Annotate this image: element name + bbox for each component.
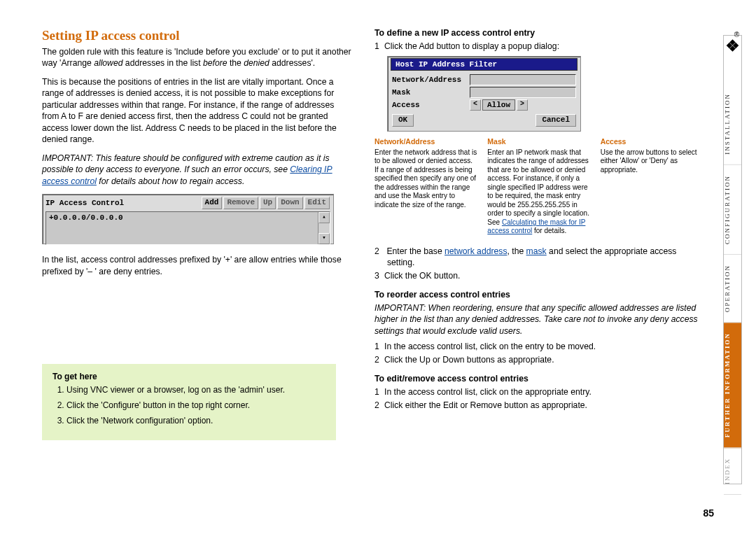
para-important: IMPORTANT: This feature should be config… <box>42 153 354 187</box>
ok-button[interactable]: OK <box>392 114 414 127</box>
access-next-arrow[interactable]: > <box>517 99 528 111</box>
remove-button[interactable]: Remove <box>223 197 258 209</box>
link-mask[interactable]: mask <box>526 246 547 256</box>
scrollbar[interactable]: ▴ ▾ <box>318 212 330 244</box>
define-step-3: 3Click the OK button. <box>374 270 704 281</box>
tgh-step-3: Click the 'Network configuration' option… <box>66 415 326 426</box>
edit-button[interactable]: Edit <box>304 197 330 209</box>
hd-edit-remove: To edit/remove access control entries <box>374 374 704 384</box>
access-prev-arrow[interactable]: < <box>470 99 481 111</box>
label-network-address: Network/Address <box>392 76 465 84</box>
tgh-step-2: Click the 'Configure' button in the top … <box>66 400 326 411</box>
page-heading: Setting IP access control <box>42 28 354 43</box>
ip-entry[interactable]: +0.0.0.0/0.0.0.0 <box>49 213 123 222</box>
define-step-2: 2 Enter the base network address, the ma… <box>374 246 704 269</box>
hd-reorder: To reorder access control entries <box>374 290 704 300</box>
link-network-address[interactable]: network address <box>444 246 507 256</box>
host-ip-filter-dialog: Host IP Address Filter Network/Address M… <box>387 56 581 132</box>
reorder-important: IMPORTANT: When reordering, ensure that … <box>374 302 704 337</box>
tgh-step-1: Using VNC viewer or a browser, log on as… <box>66 384 326 395</box>
up-button[interactable]: Up <box>260 197 276 209</box>
to-get-here-heading: To get here <box>52 372 326 381</box>
nav-installation[interactable]: INSTALLATION <box>724 83 741 165</box>
scroll-down-arrow[interactable]: ▾ <box>318 233 330 244</box>
scroll-up-arrow[interactable]: ▴ <box>318 212 330 223</box>
to-get-here-box: To get here Using VNC viewer or a browse… <box>42 364 336 440</box>
registered-mark: ® <box>734 31 739 38</box>
down-button[interactable]: Down <box>277 197 302 209</box>
logo-icon <box>724 36 741 55</box>
def-hd-network-address: Network/Address <box>374 137 477 146</box>
define-step-1: 1Click the Add button to display a popup… <box>374 41 704 52</box>
add-button[interactable]: Add <box>202 197 223 209</box>
input-mask[interactable] <box>470 87 576 98</box>
side-nav: INSTALLATION CONFIGURATION OPERATION FUR… <box>723 35 742 484</box>
access-value: Allow <box>482 99 515 111</box>
def-txt-access: Use the arrow buttons to select either '… <box>601 148 704 175</box>
nav-operation[interactable]: OPERATION <box>724 255 741 323</box>
ip-list[interactable]: +0.0.0.0/0.0.0.0 ▴ ▾ <box>46 211 330 245</box>
reorder-step-2: 2Click the Up or Down buttons as appropr… <box>374 354 704 365</box>
nav-further-information[interactable]: FURTHER INFORMATION <box>724 323 741 448</box>
para-explanation: This is because the positions of entries… <box>42 76 354 146</box>
hd-define-entry: To define a new IP access control entry <box>374 28 704 38</box>
host-dialog-title: Host IP Address Filter <box>391 58 578 71</box>
ip-box-title: IP Access Control <box>46 199 201 207</box>
page-number: 85 <box>703 507 714 519</box>
def-txt-mask: Enter an IP network mask that indicates … <box>487 148 590 236</box>
para-golden-rule: The golden rule with this feature is 'In… <box>42 46 354 69</box>
cancel-button[interactable]: Cancel <box>536 114 576 127</box>
input-network-address[interactable] <box>470 74 576 85</box>
reorder-step-1: 1In the access control list, click on th… <box>374 341 704 352</box>
label-mask: Mask <box>392 88 465 97</box>
para-prefix-note: In the list, access control addresses pr… <box>42 254 354 277</box>
def-txt-network-address: Enter the network address that is to be … <box>374 148 477 210</box>
edit-step-1: 1In the access control list, click on th… <box>374 386 704 398</box>
nav-index[interactable]: INDEX <box>724 448 741 495</box>
nav-configuration[interactable]: CONFIGURATION <box>724 165 741 255</box>
ip-access-control-panel: IP Access Control Add Remove Up Down Edi… <box>42 194 334 244</box>
label-access: Access <box>392 101 465 109</box>
edit-step-2: 2Click either the Edit or Remove button … <box>374 400 704 411</box>
def-hd-access: Access <box>601 137 704 146</box>
def-hd-mask: Mask <box>487 137 590 146</box>
